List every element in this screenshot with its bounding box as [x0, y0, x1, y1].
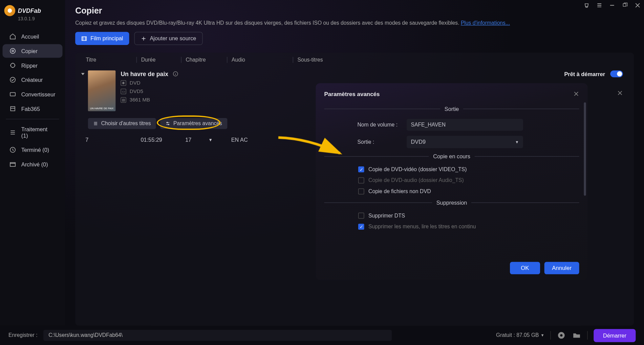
- notify-icon[interactable]: [583, 2, 590, 8]
- folder-output-button[interactable]: [572, 331, 581, 340]
- sidebar-item-archived[interactable]: Archivé (0): [3, 158, 63, 171]
- svg-point-14: [560, 334, 562, 337]
- checkbox-label: Copie de DVD-audio (dossier Audio_TS): [368, 178, 464, 184]
- footer-divider: [587, 331, 588, 340]
- sidebar-item-copy[interactable]: Copier: [3, 44, 63, 58]
- col-subtitle: Sous-titres: [293, 57, 359, 63]
- section-remove: Suppression: [436, 200, 467, 206]
- footer-divider: [550, 331, 551, 340]
- ready-toggle[interactable]: [610, 70, 623, 77]
- movie-title: Un havre de paix: [121, 70, 168, 77]
- button-label: Choisir d'autres titres: [101, 120, 151, 127]
- sidebar-item-label: Fab365: [21, 106, 40, 112]
- content: Copier Copiez et gravez des disques DVD/…: [65, 0, 644, 326]
- ready-label: Prêt à démarrer: [564, 71, 605, 77]
- archive-icon: [9, 161, 16, 168]
- svg-point-3: [10, 77, 15, 82]
- add-source-button[interactable]: Ajouter une source: [134, 32, 202, 45]
- modal-scrollbar[interactable]: [584, 102, 586, 262]
- chevron-down-icon: ▼: [515, 140, 519, 144]
- copy-nondvd-checkbox[interactable]: [358, 188, 364, 194]
- choose-titles-button[interactable]: Choisir d'autres titres: [88, 118, 156, 129]
- button-label: Film principal: [90, 35, 123, 42]
- brand-logo-icon: [4, 5, 16, 16]
- disc-type: DVD: [130, 80, 141, 86]
- disc-icon: ◉: [121, 80, 126, 86]
- film-icon: [81, 36, 87, 42]
- audio-lang: EN AC: [231, 137, 297, 143]
- table-header: Titre Durée Chapitre Audio Sous-titres: [75, 53, 634, 67]
- cancel-button[interactable]: Annuler: [544, 262, 579, 274]
- disc-icon: ▭: [121, 89, 126, 94]
- title-duration: 01:55:29: [141, 137, 185, 143]
- more-info-link[interactable]: Plus d'informations...: [461, 20, 510, 26]
- plus-icon: [141, 36, 147, 42]
- page-description: Copiez et gravez des disques DVD/Blu-ray…: [75, 20, 634, 26]
- sidebar-item-label: Créateur: [21, 77, 43, 83]
- ok-button[interactable]: OK: [510, 262, 540, 274]
- menu-icon[interactable]: [596, 2, 603, 8]
- col-audio: Audio: [227, 57, 293, 63]
- svg-rect-8: [82, 37, 86, 40]
- home-icon: [9, 33, 16, 40]
- movie-poster: [88, 70, 116, 111]
- maximize-icon[interactable]: [621, 2, 628, 8]
- advanced-settings-modal: Paramètres avancés Sortie Nom de volume …: [316, 83, 587, 280]
- chevron-down-icon[interactable]: ▼: [541, 333, 544, 338]
- sidebar-item-label: Traitement (1): [21, 126, 56, 139]
- sidebar-item-processing[interactable]: Traitement (1): [3, 123, 63, 142]
- sidebar-item-label: Accueil: [21, 33, 39, 40]
- advanced-settings-button[interactable]: Paramètres avancés: [160, 118, 227, 129]
- info-icon[interactable]: [173, 71, 179, 77]
- remove-source-button[interactable]: [617, 90, 623, 96]
- list-icon: [9, 129, 16, 136]
- section-copy: Copie en cours: [433, 153, 470, 160]
- svg-point-1: [12, 50, 14, 52]
- col-duration: Durée: [136, 57, 181, 63]
- modal-title: Paramètres avancés: [324, 91, 380, 97]
- sidebar-item-done[interactable]: Terminé (0): [3, 143, 63, 157]
- volume-label: Nom de volume :: [357, 122, 402, 128]
- save-label: Enregistrer :: [8, 332, 37, 339]
- sidebar: DVDFab 13.0.1.9 Accueil Copier Ripper Cr…: [0, 0, 65, 326]
- col-title: Titre: [81, 57, 136, 63]
- output-select[interactable]: DVD9 ▼: [407, 136, 523, 148]
- brand-version: 13.0.1.9: [0, 16, 65, 21]
- sidebar-item-ripper[interactable]: Ripper: [3, 59, 63, 72]
- modal-close-button[interactable]: [573, 91, 579, 97]
- section-output: Sortie: [445, 106, 459, 112]
- sidebar-item-home[interactable]: Accueil: [3, 30, 63, 43]
- col-chapter: Chapitre: [181, 57, 227, 63]
- svg-point-0: [10, 48, 15, 53]
- remove-dts-checkbox[interactable]: [358, 213, 364, 219]
- close-icon[interactable]: [634, 2, 641, 8]
- save-path-input[interactable]: C:\Users\kun.wang\DVDFab64\: [43, 330, 392, 341]
- iso-output-button[interactable]: [557, 331, 566, 340]
- sidebar-divider: [6, 119, 59, 119]
- sidebar-item-label: Convertisseur: [21, 91, 56, 97]
- free-space-label: Gratuit : 87.05 GB: [496, 332, 539, 339]
- fab365-icon: [9, 105, 16, 112]
- brand-name: DVDFab: [18, 7, 41, 14]
- sidebar-item-converter[interactable]: Convertisseur: [3, 88, 63, 101]
- sliders-icon: [165, 121, 170, 126]
- chevron-down-icon[interactable]: ▼: [209, 138, 213, 142]
- file-size: 3661 MB: [130, 97, 150, 103]
- sidebar-item-creator[interactable]: Créateur: [3, 73, 63, 87]
- sidebar-item-fab365[interactable]: Fab365: [3, 102, 63, 115]
- main-movie-button[interactable]: Film principal: [75, 32, 129, 45]
- volume-name-input[interactable]: [407, 119, 523, 131]
- sidebar-item-label: Terminé (0): [21, 147, 49, 153]
- svg-rect-7: [623, 3, 626, 6]
- start-button[interactable]: Démarrer: [594, 329, 636, 342]
- creator-icon: [9, 76, 16, 83]
- svg-point-2: [10, 63, 15, 68]
- chapter-count: 17: [185, 137, 191, 143]
- sidebar-item-label: Ripper: [21, 62, 38, 69]
- remove-menus-checkbox[interactable]: [358, 224, 364, 230]
- copy-video-checkbox[interactable]: [358, 166, 364, 172]
- select-value: DVD9: [411, 139, 426, 145]
- checkbox-label: Copie de fichiers non DVD: [368, 188, 431, 194]
- expand-caret-icon[interactable]: [81, 73, 85, 75]
- minimize-icon[interactable]: [608, 2, 615, 8]
